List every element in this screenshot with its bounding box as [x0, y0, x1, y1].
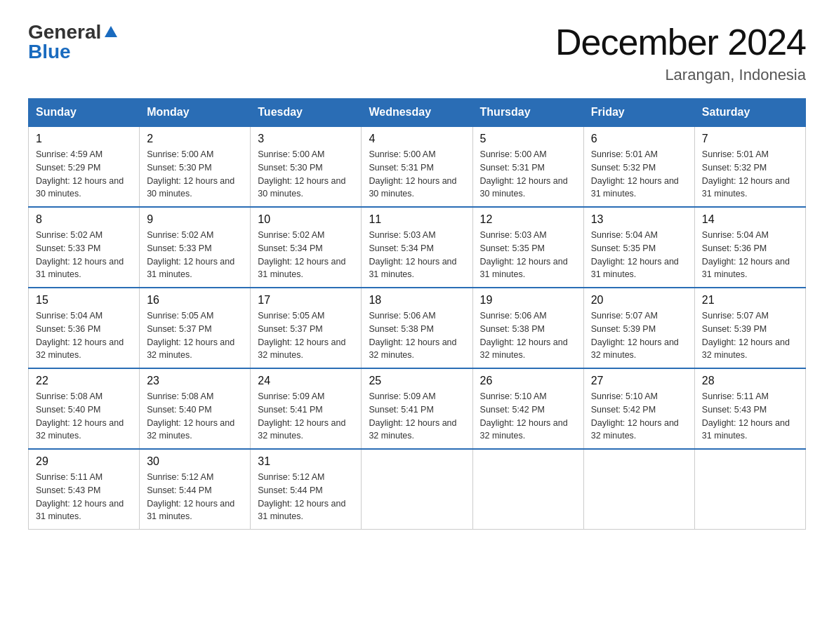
- day-number: 23: [147, 375, 243, 387]
- day-number: 21: [702, 294, 798, 307]
- day-cell: 22 Sunrise: 5:08 AMSunset: 5:40 PMDaylig…: [29, 368, 140, 449]
- day-number: 30: [147, 455, 243, 468]
- day-cell: 7 Sunrise: 5:01 AMSunset: 5:32 PMDayligh…: [694, 126, 805, 207]
- day-cell: 15 Sunrise: 5:04 AMSunset: 5:36 PMDaylig…: [29, 288, 140, 368]
- day-info: Sunrise: 4:59 AMSunset: 5:29 PMDaylight:…: [36, 149, 124, 199]
- day-info: Sunrise: 5:04 AMSunset: 5:36 PMDaylight:…: [36, 311, 124, 360]
- day-info: Sunrise: 5:08 AMSunset: 5:40 PMDaylight:…: [36, 391, 124, 441]
- week-row-3: 15 Sunrise: 5:04 AMSunset: 5:36 PMDaylig…: [29, 288, 806, 368]
- day-cell: 21 Sunrise: 5:07 AMSunset: 5:39 PMDaylig…: [694, 288, 805, 368]
- day-info: Sunrise: 5:02 AMSunset: 5:33 PMDaylight:…: [36, 230, 124, 279]
- day-number: 4: [369, 133, 465, 145]
- title-area: December 2024 Larangan, Indonesia: [555, 21, 806, 84]
- day-info: Sunrise: 5:00 AMSunset: 5:30 PMDaylight:…: [147, 149, 234, 199]
- day-info: Sunrise: 5:03 AMSunset: 5:34 PMDaylight:…: [369, 230, 456, 279]
- day-info: Sunrise: 5:06 AMSunset: 5:38 PMDaylight:…: [369, 311, 456, 360]
- day-cell: 26 Sunrise: 5:10 AMSunset: 5:42 PMDaylig…: [472, 368, 583, 449]
- day-cell: 23 Sunrise: 5:08 AMSunset: 5:40 PMDaylig…: [140, 368, 251, 449]
- day-info: Sunrise: 5:11 AMSunset: 5:43 PMDaylight:…: [702, 391, 790, 441]
- header-row: SundayMondayTuesdayWednesdayThursdayFrid…: [29, 99, 806, 127]
- day-info: Sunrise: 5:00 AMSunset: 5:30 PMDaylight:…: [258, 149, 345, 199]
- day-info: Sunrise: 5:02 AMSunset: 5:34 PMDaylight:…: [258, 230, 345, 279]
- day-cell: 4 Sunrise: 5:00 AMSunset: 5:31 PMDayligh…: [362, 126, 472, 207]
- day-cell: 28 Sunrise: 5:11 AMSunset: 5:43 PMDaylig…: [694, 368, 805, 449]
- calendar-table: SundayMondayTuesdayWednesdayThursdayFrid…: [28, 98, 806, 530]
- day-info: Sunrise: 5:00 AMSunset: 5:31 PMDaylight:…: [480, 149, 568, 199]
- day-number: 6: [591, 133, 687, 145]
- day-number: 10: [258, 213, 354, 226]
- day-number: 19: [480, 294, 576, 307]
- day-info: Sunrise: 5:04 AMSunset: 5:36 PMDaylight:…: [702, 230, 790, 279]
- day-number: 12: [480, 213, 576, 226]
- day-number: 26: [480, 375, 576, 387]
- day-number: 15: [36, 294, 132, 307]
- day-cell: 17 Sunrise: 5:05 AMSunset: 5:37 PMDaylig…: [251, 288, 362, 368]
- day-info: Sunrise: 5:06 AMSunset: 5:38 PMDaylight:…: [480, 311, 568, 360]
- day-info: Sunrise: 5:03 AMSunset: 5:35 PMDaylight:…: [480, 230, 568, 279]
- day-info: Sunrise: 5:00 AMSunset: 5:31 PMDaylight:…: [369, 149, 456, 199]
- day-number: 29: [36, 455, 132, 468]
- day-number: 27: [591, 375, 687, 387]
- day-number: 18: [369, 294, 465, 307]
- day-info: Sunrise: 5:01 AMSunset: 5:32 PMDaylight:…: [702, 149, 790, 199]
- day-number: 28: [702, 375, 798, 387]
- header-cell-wednesday: Wednesday: [362, 99, 472, 127]
- day-cell: [694, 449, 805, 530]
- day-cell: 16 Sunrise: 5:05 AMSunset: 5:37 PMDaylig…: [140, 288, 251, 368]
- day-info: Sunrise: 5:01 AMSunset: 5:32 PMDaylight:…: [591, 149, 679, 199]
- day-number: 16: [147, 294, 243, 307]
- header-cell-saturday: Saturday: [694, 99, 805, 127]
- day-cell: [472, 449, 583, 530]
- day-info: Sunrise: 5:05 AMSunset: 5:37 PMDaylight:…: [258, 311, 345, 360]
- header-cell-friday: Friday: [583, 99, 694, 127]
- logo-arrow-icon: [103, 25, 119, 43]
- day-number: 9: [147, 213, 243, 226]
- day-number: 3: [258, 133, 354, 145]
- day-number: 5: [480, 133, 576, 145]
- header-cell-thursday: Thursday: [472, 99, 583, 127]
- day-number: 31: [258, 455, 354, 468]
- day-cell: [362, 449, 472, 530]
- day-cell: 14 Sunrise: 5:04 AMSunset: 5:36 PMDaylig…: [694, 207, 805, 288]
- day-number: 14: [702, 213, 798, 226]
- svg-marker-0: [105, 26, 117, 37]
- day-info: Sunrise: 5:07 AMSunset: 5:39 PMDaylight:…: [591, 311, 679, 360]
- day-info: Sunrise: 5:04 AMSunset: 5:35 PMDaylight:…: [591, 230, 679, 279]
- page-header: General Blue December 2024 Larangan, Ind…: [28, 21, 806, 84]
- location-text: Larangan, Indonesia: [555, 66, 806, 84]
- day-cell: 9 Sunrise: 5:02 AMSunset: 5:33 PMDayligh…: [140, 207, 251, 288]
- day-number: 24: [258, 375, 354, 387]
- day-number: 7: [702, 133, 798, 145]
- day-cell: 20 Sunrise: 5:07 AMSunset: 5:39 PMDaylig…: [583, 288, 694, 368]
- day-cell: 2 Sunrise: 5:00 AMSunset: 5:30 PMDayligh…: [140, 126, 251, 207]
- week-row-4: 22 Sunrise: 5:08 AMSunset: 5:40 PMDaylig…: [29, 368, 806, 449]
- logo: General Blue: [28, 21, 119, 63]
- day-info: Sunrise: 5:02 AMSunset: 5:33 PMDaylight:…: [147, 230, 234, 279]
- header-cell-monday: Monday: [140, 99, 251, 127]
- day-cell: 6 Sunrise: 5:01 AMSunset: 5:32 PMDayligh…: [583, 126, 694, 207]
- day-number: 25: [369, 375, 465, 387]
- day-number: 8: [36, 213, 132, 226]
- day-cell: [583, 449, 694, 530]
- day-cell: 5 Sunrise: 5:00 AMSunset: 5:31 PMDayligh…: [472, 126, 583, 207]
- day-info: Sunrise: 5:12 AMSunset: 5:44 PMDaylight:…: [147, 472, 234, 521]
- day-info: Sunrise: 5:12 AMSunset: 5:44 PMDaylight:…: [258, 472, 345, 521]
- day-info: Sunrise: 5:09 AMSunset: 5:41 PMDaylight:…: [369, 391, 456, 441]
- header-cell-sunday: Sunday: [29, 99, 140, 127]
- day-cell: 8 Sunrise: 5:02 AMSunset: 5:33 PMDayligh…: [29, 207, 140, 288]
- day-cell: 13 Sunrise: 5:04 AMSunset: 5:35 PMDaylig…: [583, 207, 694, 288]
- day-number: 20: [591, 294, 687, 307]
- day-cell: 24 Sunrise: 5:09 AMSunset: 5:41 PMDaylig…: [251, 368, 362, 449]
- day-cell: 25 Sunrise: 5:09 AMSunset: 5:41 PMDaylig…: [362, 368, 472, 449]
- day-info: Sunrise: 5:08 AMSunset: 5:40 PMDaylight:…: [147, 391, 234, 441]
- day-cell: 30 Sunrise: 5:12 AMSunset: 5:44 PMDaylig…: [140, 449, 251, 530]
- header-cell-tuesday: Tuesday: [251, 99, 362, 127]
- day-cell: 31 Sunrise: 5:12 AMSunset: 5:44 PMDaylig…: [251, 449, 362, 530]
- day-cell: 18 Sunrise: 5:06 AMSunset: 5:38 PMDaylig…: [362, 288, 472, 368]
- day-info: Sunrise: 5:09 AMSunset: 5:41 PMDaylight:…: [258, 391, 345, 441]
- day-info: Sunrise: 5:10 AMSunset: 5:42 PMDaylight:…: [591, 391, 679, 441]
- day-cell: 3 Sunrise: 5:00 AMSunset: 5:30 PMDayligh…: [251, 126, 362, 207]
- week-row-2: 8 Sunrise: 5:02 AMSunset: 5:33 PMDayligh…: [29, 207, 806, 288]
- day-number: 1: [36, 133, 132, 145]
- day-number: 2: [147, 133, 243, 145]
